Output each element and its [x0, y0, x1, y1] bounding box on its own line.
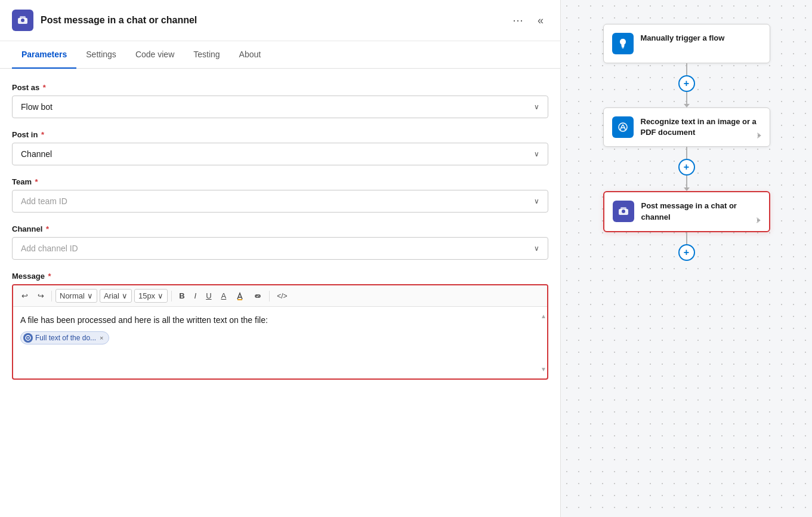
message-required: * — [48, 272, 51, 281]
font-select[interactable]: Arial ∨ — [100, 289, 132, 303]
team-dropdown[interactable]: Add team ID ∨ — [12, 190, 548, 213]
channel-required: * — [46, 224, 49, 233]
dynamic-tag-label: Full text of the do... — [35, 334, 96, 342]
flow-card-post[interactable]: Post message in a chat or channel — [603, 191, 770, 232]
post-title-text: Post message in a chat or channel — [641, 201, 761, 222]
style-chevron: ∨ — [87, 291, 93, 300]
color-icon — [236, 292, 244, 300]
redo-button[interactable]: ↪ — [34, 289, 48, 303]
svg-rect-4 — [237, 299, 242, 300]
toolbar-sep-2 — [171, 291, 172, 301]
field-message: Message * ↩ ↪ Normal ∨ Arial ∨ — [12, 272, 548, 380]
post-as-value: Flow bot — [21, 102, 53, 112]
post-as-label: Post as * — [12, 83, 548, 92]
size-chevron: ∨ — [158, 291, 163, 300]
link-icon — [254, 292, 262, 300]
flow-container: Manually trigger a flow + Recognize text… — [573, 18, 800, 261]
scroll-down-arrow[interactable]: ▼ — [541, 366, 547, 373]
field-post-as: Post as * Flow bot ∨ — [12, 83, 548, 118]
editor-scrollbar: ▲ ▼ — [541, 313, 546, 373]
ai-title-text: Recognize text in an image or a PDF docu… — [641, 116, 761, 138]
flow-card-trigger[interactable]: Manually trigger a flow — [603, 24, 770, 63]
post-as-chevron: ∨ — [534, 103, 539, 111]
dynamic-tag-icon — [23, 333, 33, 343]
tab-settings[interactable]: Settings — [76, 41, 126, 69]
post-card-content: Post message in a chat or channel — [641, 201, 761, 222]
highlight-button[interactable]: A — [218, 289, 230, 303]
post-card-link[interactable] — [755, 216, 763, 226]
font-label: Arial — [104, 291, 119, 300]
add-step-btn-1[interactable]: + — [678, 75, 695, 92]
font-chevron: ∨ — [122, 291, 128, 300]
tabs-nav: Parameters Settings Code view Testing Ab… — [0, 41, 560, 69]
channel-label: Channel * — [12, 224, 548, 233]
ai-card-link[interactable] — [755, 131, 764, 141]
panel-header: Post message in a chat or channel ⋯ « — [0, 0, 560, 41]
post-as-dropdown[interactable]: Flow bot ∨ — [12, 96, 548, 118]
channel-dropdown[interactable]: Add channel ID ∨ — [12, 237, 548, 260]
trigger-card-title: Manually trigger a flow — [641, 33, 725, 44]
italic-button[interactable]: I — [191, 289, 200, 303]
svg-rect-6 — [622, 47, 624, 48]
channel-chevron: ∨ — [534, 244, 539, 253]
code-button[interactable]: </> — [273, 290, 291, 303]
svg-point-12 — [622, 210, 625, 213]
flow-card-ai[interactable]: Recognize text in an image or a PDF docu… — [603, 107, 770, 147]
more-button[interactable]: ⋯ — [508, 11, 528, 29]
flow-line-4 — [686, 176, 687, 187]
post-in-value: Channel — [21, 149, 52, 159]
trigger-title-text: Manually trigger a flow — [641, 33, 725, 44]
flow-line-3 — [686, 147, 687, 159]
post-in-required: * — [41, 130, 44, 139]
post-in-dropdown[interactable]: Channel ∨ — [12, 143, 548, 165]
message-editor: ↩ ↪ Normal ∨ Arial ∨ 15px ∨ — [12, 284, 548, 380]
flow-connector-3: + — [678, 232, 695, 261]
field-channel: Channel * Add channel ID ∨ — [12, 224, 548, 260]
tab-about[interactable]: About — [230, 41, 271, 69]
message-label: Message * — [12, 272, 548, 281]
dynamic-content-tag[interactable]: Full text of the do... × — [20, 331, 109, 344]
editor-text: A file has been processed and here is al… — [20, 314, 540, 327]
svg-point-2 — [21, 19, 24, 22]
field-team: Team * Add team ID ∨ — [12, 177, 548, 213]
bold-button[interactable]: B — [175, 289, 188, 303]
panel-title: Post message in a chat or channel — [41, 15, 501, 26]
size-select[interactable]: 15px ∨ — [134, 289, 168, 303]
undo-button[interactable]: ↩ — [18, 289, 32, 303]
svg-rect-7 — [622, 48, 623, 48]
flow-line-2 — [686, 92, 687, 104]
editor-toolbar: ↩ ↪ Normal ∨ Arial ∨ 15px ∨ — [13, 285, 547, 307]
add-step-btn-2[interactable]: + — [678, 159, 695, 176]
ai-card-icon — [612, 116, 634, 138]
team-required: * — [35, 177, 38, 186]
style-label: Normal — [60, 291, 85, 300]
ai-card-content: Recognize text in an image or a PDF docu… — [641, 116, 761, 138]
team-chevron: ∨ — [534, 197, 539, 205]
header-actions: ⋯ « — [508, 11, 548, 29]
tab-parameters[interactable]: Parameters — [12, 41, 76, 69]
link-button[interactable] — [250, 290, 265, 303]
toolbar-sep-3 — [269, 291, 270, 301]
team-label: Team * — [12, 177, 548, 186]
tab-testing[interactable]: Testing — [184, 41, 229, 69]
scroll-up-arrow[interactable]: ▲ — [541, 313, 547, 319]
post-in-chevron: ∨ — [534, 150, 539, 158]
flow-line-1 — [686, 63, 687, 75]
add-step-btn-3[interactable]: + — [678, 244, 695, 261]
post-as-required: * — [43, 83, 46, 92]
channel-placeholder: Add channel ID — [21, 244, 78, 253]
tab-code-view[interactable]: Code view — [126, 41, 184, 69]
panel-icon — [12, 10, 33, 31]
editor-body[interactable]: A file has been processed and here is al… — [13, 307, 547, 378]
color-button[interactable] — [232, 290, 248, 303]
dynamic-tag-close[interactable]: × — [100, 334, 103, 341]
post-in-label: Post in * — [12, 130, 548, 139]
style-select[interactable]: Normal ∨ — [55, 289, 97, 303]
collapse-button[interactable]: « — [533, 12, 548, 29]
trigger-card-icon — [612, 33, 634, 54]
post-card-icon — [613, 201, 634, 222]
team-placeholder: Add team ID — [21, 196, 67, 206]
underline-button[interactable]: U — [202, 289, 215, 303]
flow-connector-1: + — [678, 63, 695, 107]
flow-line-5 — [686, 232, 687, 244]
